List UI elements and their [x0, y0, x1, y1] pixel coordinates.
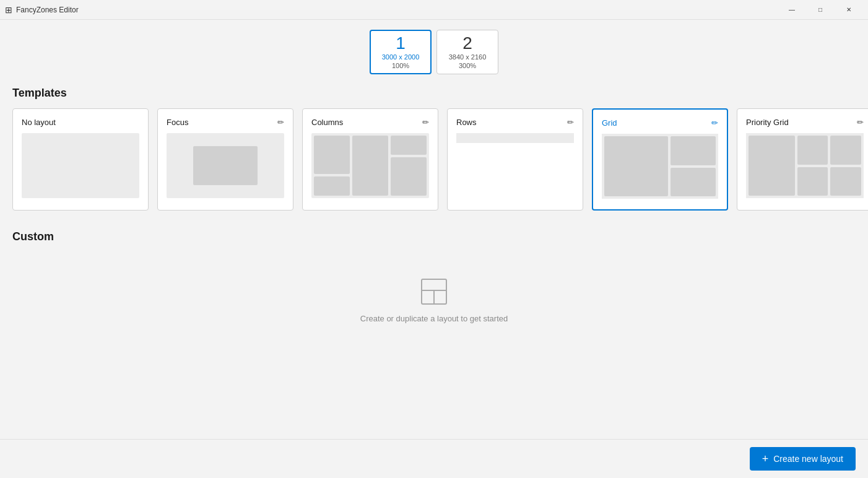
custom-empty-text: Create or duplicate a layout to get star… [360, 314, 508, 323]
custom-section: Custom Create or duplicate a layout to g… [12, 230, 856, 348]
maximize-button[interactable]: □ [806, 0, 835, 20]
grid-header: Grid ✏ [602, 118, 718, 128]
template-columns[interactable]: Columns ✏ [302, 108, 438, 211]
templates-section: Templates No layout Focus ✏ [12, 87, 856, 211]
col-block-4 [391, 136, 427, 155]
no-layout-preview [22, 133, 139, 198]
priority-cell-4 [830, 167, 861, 196]
template-no-layout[interactable]: No layout [12, 108, 149, 211]
rows-title: Rows [456, 118, 477, 127]
grid-edit-icon[interactable]: ✏ [711, 118, 718, 128]
main-content: Templates No layout Focus ✏ [0, 82, 868, 439]
grid-cell-main [604, 136, 668, 196]
app-title: FancyZones Editor [16, 6, 79, 14]
rows-header: Rows ✏ [456, 118, 574, 127]
focus-title: Focus [167, 118, 188, 127]
priority-cell-1 [797, 136, 828, 165]
templates-heading: Templates [12, 87, 856, 100]
focus-header: Focus ✏ [167, 118, 284, 127]
priority-grid-edit-icon[interactable]: ✏ [857, 118, 864, 127]
col-block-3 [352, 136, 388, 196]
titlebar-left: ⊞ FancyZones Editor [5, 5, 79, 15]
monitor-2-resolution: 3840 x 2160 [449, 53, 487, 61]
monitor-1-number: 1 [396, 35, 406, 52]
col-block-2 [314, 176, 350, 196]
focus-inner-block [193, 146, 258, 185]
minimize-button[interactable]: — [778, 0, 806, 20]
template-focus[interactable]: Focus ✏ [157, 108, 293, 211]
grid-title: Grid [602, 118, 617, 128]
no-layout-header: No layout [22, 118, 139, 127]
grid-cell-br [671, 168, 716, 197]
col-block-1 [314, 136, 350, 174]
columns-edit-icon[interactable]: ✏ [422, 118, 429, 127]
monitor-card-2[interactable]: 2 3840 x 2160 300% [436, 30, 498, 74]
custom-heading: Custom [12, 230, 856, 243]
monitor-1-resolution: 3000 x 2000 [382, 53, 420, 61]
priority-grid-preview [746, 133, 864, 198]
columns-title: Columns [311, 118, 343, 127]
template-grid[interactable]: Grid ✏ [592, 108, 728, 211]
no-layout-title: No layout [22, 118, 56, 127]
columns-header: Columns ✏ [311, 118, 429, 127]
focus-edit-icon[interactable]: ✏ [277, 118, 284, 127]
col-block-5 [391, 157, 427, 196]
columns-preview [311, 133, 429, 198]
rows-preview [456, 133, 574, 143]
titlebar-controls: — □ ✕ [778, 0, 863, 20]
rows-edit-icon[interactable]: ✏ [567, 118, 574, 127]
monitor-1-scale: 100% [392, 62, 409, 69]
close-button[interactable]: ✕ [835, 0, 863, 20]
app-icon: ⊞ [5, 5, 12, 15]
monitor-2-number: 2 [462, 35, 472, 52]
custom-empty-state: Create or duplicate a layout to get star… [12, 252, 856, 348]
plus-icon: + [762, 453, 769, 464]
monitor-bar: 1 3000 x 2000 100% 2 3840 x 2160 300% [0, 20, 868, 82]
priority-cell-3 [797, 167, 828, 196]
grid-preview [602, 134, 718, 199]
focus-preview [167, 133, 284, 198]
templates-row: No layout Focus ✏ Columns ✏ [12, 108, 856, 211]
priority-grid-header: Priority Grid ✏ [746, 118, 864, 127]
priority-grid-title: Priority Grid [746, 118, 789, 127]
layout-placeholder-icon [419, 277, 449, 306]
bottom-bar: + Create new layout [0, 439, 868, 478]
priority-cell-2 [830, 136, 861, 165]
priority-main-cell [749, 136, 795, 196]
grid-cell-tr [671, 136, 716, 165]
template-priority-grid[interactable]: Priority Grid ✏ [737, 108, 868, 211]
create-new-layout-label: Create new layout [773, 454, 843, 464]
template-rows[interactable]: Rows ✏ [447, 108, 583, 211]
titlebar: ⊞ FancyZones Editor — □ ✕ [0, 0, 868, 20]
monitor-card-1[interactable]: 1 3000 x 2000 100% [370, 30, 432, 74]
create-new-layout-button[interactable]: + Create new layout [750, 447, 856, 471]
monitor-2-scale: 300% [459, 62, 476, 69]
